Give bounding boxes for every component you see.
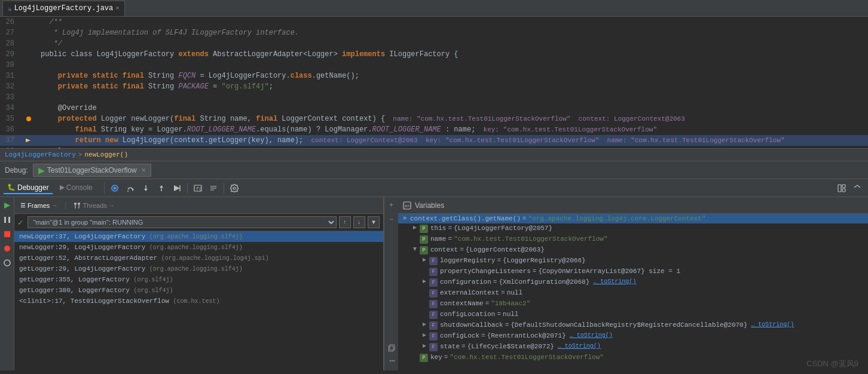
var-type-icon: F: [429, 311, 438, 319]
step-into-button[interactable]: [139, 182, 153, 195]
debug-label: Debug:: [5, 166, 28, 174]
variable-row[interactable]: Fstate={LifeCycle$State@2072}… toString(…: [398, 342, 868, 352]
add-watch-button[interactable]: +: [386, 200, 398, 211]
layout-button[interactable]: [835, 182, 849, 195]
var-tostring-link[interactable]: … toString(): [593, 278, 636, 285]
run-to-cursor-button[interactable]: [170, 182, 184, 195]
var-name: key: [430, 354, 442, 361]
var-name: shutdownCallback: [440, 321, 503, 329]
frame-item[interactable]: getLogger:29, Log4jLoggerFactory (org.ap…: [14, 263, 383, 274]
var-tostring-link[interactable]: … toString(): [751, 321, 794, 328]
frames-tab[interactable]: ☰ Frames →: [18, 201, 60, 210]
var-toggle[interactable]: [420, 332, 429, 338]
variable-row[interactable]: FexternalContext=null: [398, 288, 868, 299]
svg-marker-39: [423, 344, 426, 348]
debug-session-icon: ▶: [38, 165, 45, 175]
frames-sep: |: [63, 201, 68, 210]
var-toggle[interactable]: [420, 321, 429, 327]
var-toggle[interactable]: [420, 343, 429, 349]
expand-button[interactable]: [850, 182, 864, 195]
var-toggle[interactable]: [420, 278, 429, 284]
tab-console[interactable]: ▶ Console: [56, 182, 96, 194]
var-toggle[interactable]: [410, 225, 420, 231]
frame-item[interactable]: <clinit>:17, Test01LoggerStackOverflow (…: [14, 296, 383, 306]
debug-session-close[interactable]: ×: [142, 166, 146, 174]
more-options-button[interactable]: ⋯: [386, 356, 398, 368]
variables-side-buttons: + − ⋯: [384, 197, 398, 370]
variable-row[interactable]: Pname="com.hx.test.Test01LoggerStackOver…: [398, 234, 868, 245]
thread-up-button[interactable]: ↑: [339, 216, 351, 228]
code-line: 33: [0, 92, 868, 103]
line-number: 36: [0, 125, 19, 134]
var-equals: =: [461, 343, 466, 350]
variable-row[interactable]: FloggerRegistry={LoggerRegistry@2066}: [398, 256, 868, 266]
variable-row[interactable]: FcontextName="18b4aac2": [398, 299, 868, 309]
variable-row[interactable]: Pkey="com.hx.test.Test01LoggerStackOverf…: [398, 352, 868, 363]
frame-item[interactable]: newLogger:29, Log4jLoggerFactory (org.ap…: [14, 242, 383, 253]
variable-row[interactable]: FshutdownCallback={DefaultShutdownCallba…: [398, 320, 868, 331]
var-equals: =: [493, 278, 497, 286]
svg-marker-35: [423, 258, 426, 262]
svg-marker-2: [114, 186, 117, 190]
var-value: {Log4jLoggerFactory@2057}: [454, 225, 552, 232]
evaluate-button[interactable]: f(x): [191, 182, 205, 195]
pause-side-button[interactable]: [1, 214, 13, 226]
var-value: {DefaultShutdownCallbackRegistry$Registe…: [511, 321, 747, 329]
stop-side-button[interactable]: [1, 228, 13, 240]
file-tab[interactable]: ☕ Log4jLoggerFactory.java ×: [2, 1, 125, 16]
threads-tab[interactable]: Threads →: [71, 201, 117, 210]
debug-session-tab[interactable]: ▶ Test01LoggerStackOverflow ×: [33, 164, 151, 177]
frame-item[interactable]: getLogger:355, LoggerFactory (org.slf4j): [14, 274, 383, 285]
svg-point-13: [233, 187, 236, 189]
copy-value-button[interactable]: [386, 342, 398, 354]
frame-item[interactable]: getLogger:380, LoggerFactory (org.slf4j): [14, 285, 383, 296]
settings-button[interactable]: [227, 182, 242, 195]
variables-panel: x= Variables context.getClass().getName(…: [398, 197, 868, 370]
trace-over-button[interactable]: [206, 182, 221, 195]
line-gutter: [19, 117, 38, 121]
variable-row[interactable]: Fconfiguration={XmlConfiguration@2068}… …: [398, 277, 868, 288]
remove-watch-button[interactable]: −: [386, 214, 398, 226]
resume-side-button[interactable]: [1, 200, 13, 211]
var-tostring-link[interactable]: … toString(): [570, 332, 613, 339]
line-gutter: [19, 136, 38, 145]
var-equals: =: [460, 246, 464, 253]
frame-item[interactable]: newLogger:37, Log4jLoggerFactory (org.ap…: [14, 231, 383, 242]
line-number: 30: [0, 61, 19, 69]
variable-row[interactable]: FpropertyChangeListeners={CopyOnWriteArr…: [398, 266, 868, 277]
var-toggle[interactable]: [401, 215, 410, 221]
thread-down-button[interactable]: ↓: [353, 216, 365, 228]
breakpoints-button[interactable]: [1, 243, 13, 255]
variable-row[interactable]: FconfigLock={ReentrantLock@2071}… toStri…: [398, 331, 868, 342]
svg-marker-32: [404, 216, 407, 220]
code-line: 28 */: [0, 38, 868, 49]
toolbar-sep-1: [104, 183, 105, 194]
svg-point-22: [4, 260, 10, 266]
var-toggle[interactable]: [420, 257, 429, 263]
variable-row[interactable]: Pthis={Log4jLoggerFactory@2057}: [398, 223, 868, 234]
var-equals: =: [448, 235, 452, 243]
svg-rect-28: [390, 345, 395, 350]
tab-debugger[interactable]: 🐛 Debugger: [4, 182, 53, 194]
variable-row[interactable]: context.getClass().getName()="org.apache…: [398, 214, 868, 223]
show-execution-point-button[interactable]: [108, 182, 122, 195]
breadcrumb-method: newLogger(): [84, 151, 128, 158]
var-type-icon: F: [429, 257, 438, 265]
toolbar-sep-3: [224, 183, 224, 194]
svg-rect-15: [842, 185, 845, 188]
var-value: "com.hx.test.Test01LoggerStackOverflow": [454, 235, 607, 243]
var-toggle[interactable]: [410, 246, 420, 252]
step-out-button[interactable]: [154, 182, 169, 195]
variable-row[interactable]: Pcontext={LoggerContext@2063}: [398, 245, 868, 256]
thread-selector[interactable]: "main"@1 in group "main": RUNNING: [27, 216, 337, 228]
mute-breakpoints-button[interactable]: [1, 257, 13, 269]
code-line: 36 final String key = Logger.ROOT_LOGGER…: [0, 124, 868, 135]
frame-item[interactable]: getLogger:52, AbstractLoggerAdapter (org…: [14, 253, 383, 263]
line-content: */: [38, 39, 868, 48]
tab-close-button[interactable]: ×: [115, 5, 120, 12]
var-tostring-link[interactable]: … toString(): [558, 343, 601, 350]
variable-row[interactable]: FconfigLocation=null: [398, 309, 868, 320]
thread-filter-button[interactable]: ▼: [368, 216, 380, 228]
step-over-button[interactable]: [123, 182, 137, 195]
variables-list: context.getClass().getName()="org.apache…: [398, 214, 868, 370]
